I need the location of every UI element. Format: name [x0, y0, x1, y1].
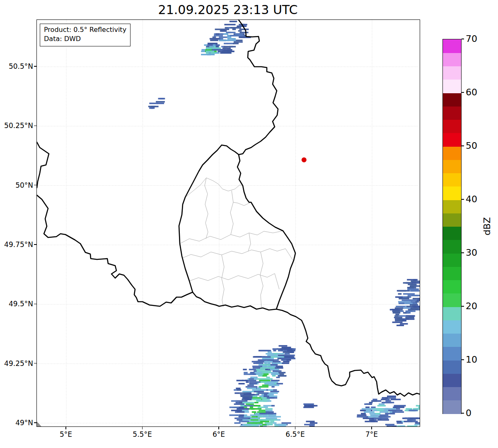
radar-echo-dash — [264, 356, 271, 358]
radar-echo-dash — [265, 422, 273, 424]
radar-echo-dash — [260, 426, 263, 426]
radar-echo-dash — [372, 399, 377, 400]
radar-echo-dash — [398, 290, 410, 292]
echoes-east-germany — [390, 279, 420, 326]
radar-echo-dash — [239, 402, 242, 404]
radar-echo-dash — [252, 411, 256, 413]
radar-echo-dash — [252, 422, 263, 424]
canton-border-2 — [205, 178, 208, 239]
radar-figure: 21.09.2025 23:13 UTC Product: 0.5° Refle… — [0, 0, 498, 448]
colorbar-tickmark — [462, 39, 464, 39]
radar-echo-dash — [395, 308, 403, 309]
radar-echo-dash — [242, 402, 249, 404]
radar-echo-dash — [259, 386, 268, 388]
y-tick-label: 50.5°N — [2, 62, 33, 70]
radar-echo-dash — [402, 300, 413, 301]
radar-echo-dash — [263, 426, 267, 426]
radar-echo-dash — [266, 418, 277, 419]
colorbar-band — [443, 160, 461, 173]
radar-echo-dash — [370, 421, 377, 422]
colorbar-band — [443, 266, 461, 280]
product-label: Product: 0.5° Reflectivity — [44, 25, 126, 34]
radar-echo-dash — [244, 405, 254, 407]
radar-echo-dash — [258, 392, 268, 394]
radar-echo-dash — [230, 407, 239, 408]
radar-echo-dash — [265, 385, 268, 386]
radar-echo-dash — [211, 52, 216, 54]
radar-echo-dash — [230, 21, 237, 22]
radar-echo-dash — [395, 314, 399, 315]
radar-echo-dash — [232, 29, 236, 30]
radar-echo-dash — [256, 400, 265, 402]
radar-echo-dash — [242, 380, 248, 381]
radar-echo-dash — [268, 385, 279, 386]
colorbar-tick-label: 0 — [466, 408, 471, 418]
radar-echo-dash — [230, 35, 237, 36]
radar-echo-dash — [278, 375, 287, 377]
radar-echo-dash — [274, 426, 278, 426]
y-tick-label: 49°N — [2, 419, 33, 427]
product-legend-box: Product: 0.5° Reflectivity Data: DWD — [40, 24, 131, 46]
radar-echo-dash — [218, 51, 227, 52]
radar-echo-dash — [244, 372, 248, 373]
radar-echo-dash — [240, 426, 247, 426]
radar-echo-dash — [377, 405, 386, 407]
colorbar-band — [443, 334, 461, 347]
radar-echo-dash — [210, 40, 218, 41]
radar-echo-dash — [362, 408, 373, 410]
radar-echo-dash — [415, 422, 420, 424]
data-source-label: Data: DWD — [44, 34, 126, 44]
colorbar-band — [443, 106, 461, 120]
radar-echo-dash — [257, 387, 261, 389]
radar-echo-dash — [387, 395, 396, 397]
y-tick-label: 50°N — [2, 181, 33, 189]
x-tickmark — [65, 427, 66, 429]
radar-echo-dash — [234, 392, 238, 394]
radar-echo-dash — [408, 309, 418, 310]
radar-echo-dash — [306, 421, 314, 422]
radar-echo-dash — [234, 41, 243, 43]
radar-echo-dash — [414, 306, 420, 308]
colorbar-tickmark — [462, 413, 464, 414]
y-tickmark — [34, 185, 36, 186]
radar-echo-dash — [220, 38, 223, 40]
colorbar-tickmark — [462, 306, 464, 307]
radar-echo-dash — [289, 355, 295, 356]
radar-echo-dash — [309, 405, 316, 407]
radar-echo-dash — [379, 403, 384, 405]
radar-echo-dash — [267, 381, 276, 383]
radar-echo-dash — [276, 380, 280, 381]
radar-echo-dash — [224, 49, 232, 51]
radar-echo-dash — [265, 408, 273, 410]
radar-echo-dash — [224, 24, 235, 26]
radar-echo-dash — [279, 345, 288, 347]
radar-echo-dash — [276, 424, 279, 426]
radar-echo-dash — [250, 407, 253, 408]
radar-echo-dash — [364, 411, 375, 413]
radar-echo-dash — [412, 304, 416, 306]
radar-echo-dash — [254, 414, 262, 416]
radar-echo-dash — [370, 413, 376, 414]
radar-echo-dash — [418, 407, 420, 408]
radar-echo-dash — [365, 407, 370, 408]
canton-border-9 — [233, 202, 251, 206]
radar-echo-dash — [408, 295, 419, 296]
canton-border-4 — [189, 274, 279, 289]
x-tickmark — [295, 427, 296, 429]
radar-echo-dash — [256, 389, 266, 391]
x-tick-label: 7°E — [353, 430, 390, 438]
radar-echo-dash — [249, 383, 257, 385]
radar-echo-dash — [290, 351, 294, 353]
radar-echo-dash — [235, 403, 244, 405]
radar-echo-dash — [270, 421, 274, 422]
radar-echo-dash — [227, 51, 234, 52]
radar-echo-dash — [268, 419, 272, 421]
colorbar-unit-label: dBZ — [478, 213, 496, 240]
radar-echo-dash — [224, 43, 228, 44]
x-tick-label: 5.5°E — [124, 430, 161, 438]
radar-echo-dash — [220, 30, 227, 32]
radar-echo-dash — [208, 43, 218, 44]
radar-echo-dash — [387, 399, 390, 400]
radar-echo-dash — [215, 44, 219, 46]
echo-dash-1 — [303, 403, 317, 408]
